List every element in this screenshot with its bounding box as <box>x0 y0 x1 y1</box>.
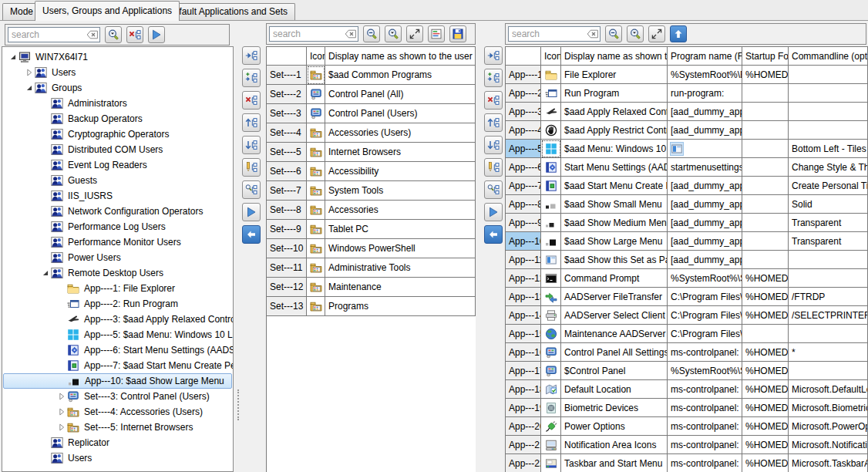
cell-program[interactable]: %SystemRoot%\Ex <box>668 66 742 84</box>
cell-startup[interactable]: %HOMEDF <box>742 269 789 288</box>
cell-name[interactable]: Default Location <box>561 380 668 399</box>
row-id-cell[interactable]: Set----4 <box>267 123 307 143</box>
move-up-button[interactable] <box>670 25 687 42</box>
cell-program[interactable]: startmenusettings: <box>668 158 742 177</box>
row-id-cell[interactable]: App---17 <box>506 362 541 380</box>
cell-cmd[interactable]: /SELECTPRINTER <box>789 306 868 325</box>
icon-cell[interactable] <box>541 140 561 158</box>
cell-startup[interactable] <box>742 325 789 343</box>
find-node-button[interactable] <box>484 180 503 199</box>
cell-startup[interactable]: %HOMEDF <box>742 288 789 306</box>
back-button[interactable] <box>242 225 261 244</box>
save-button[interactable] <box>449 25 466 42</box>
run-button[interactable] <box>484 203 503 221</box>
tree-item[interactable]: WIN7X64I71 <box>3 49 232 65</box>
cell-cmd[interactable] <box>789 325 868 343</box>
row-id-cell[interactable]: Set----3 <box>267 104 307 123</box>
set-row[interactable]: Set----8Accessories <box>267 201 476 220</box>
cell-name[interactable]: Command Prompt <box>561 269 668 288</box>
zoom-menu-button[interactable] <box>105 26 122 43</box>
cell-startup[interactable] <box>742 177 789 195</box>
row-id-cell[interactable]: App---22 <box>506 454 541 472</box>
row-id-cell[interactable]: App----9 <box>506 214 541 232</box>
tab-users-groups-applications[interactable]: Users, Groups and Applications <box>35 1 180 21</box>
icon-cell[interactable] <box>307 220 325 239</box>
clear-search-icon[interactable] <box>587 28 599 40</box>
set-row[interactable]: Set----1$aad Common Programs <box>267 66 476 85</box>
tree-item[interactable]: Power Users <box>3 250 232 265</box>
set-row[interactable]: Set---11Administrative Tools <box>267 258 476 278</box>
cell-name[interactable]: Start Menu Settings (AADS <box>561 158 668 177</box>
icon-cell[interactable] <box>541 288 561 306</box>
cell-name[interactable]: $aad Show Large Menu <box>561 232 668 251</box>
set-row[interactable]: Set----6Accessibility <box>267 162 476 181</box>
tree-item[interactable]: App----7: $aad Start Menu Create Persona… <box>3 358 232 373</box>
cell-program[interactable]: run-program: <box>668 84 742 103</box>
cell-name[interactable]: Notification Area Icons <box>561 436 668 454</box>
cell-cmd[interactable] <box>789 84 868 103</box>
set-row[interactable]: Set----3Control Panel (Users) <box>267 104 476 123</box>
cell-cmd[interactable]: Microsoft.PowerOpt <box>789 417 868 436</box>
report-button[interactable] <box>428 25 445 42</box>
app-row[interactable]: App----2Run Programrun-program: <box>506 84 868 103</box>
cell-startup[interactable] <box>742 84 789 103</box>
expand-button[interactable] <box>406 25 423 42</box>
icon-cell[interactable] <box>541 417 561 436</box>
cell-cmd[interactable]: Solid <box>789 195 868 214</box>
app-row[interactable]: App---22Taskbar and Start Menums-control… <box>506 454 868 472</box>
cell-program[interactable]: ms-controlpanel: <box>668 343 742 362</box>
icon-cell[interactable] <box>307 239 325 258</box>
row-id-cell[interactable]: App---14 <box>506 306 541 325</box>
column-header[interactable]: Commandline (optio <box>789 47 868 66</box>
cell-name[interactable]: Windows PowerShell <box>325 239 476 258</box>
app-row[interactable]: App---12Command Prompt%SystemRoot%\Sy%HO… <box>506 269 868 288</box>
row-id-cell[interactable]: Set---11 <box>267 258 307 278</box>
app-row[interactable]: App----1File Explorer%SystemRoot%\Ex%HOM… <box>506 66 868 84</box>
row-id-cell[interactable]: App----7 <box>506 177 541 195</box>
column-header[interactable]: Startup Fold <box>742 47 789 66</box>
cell-cmd[interactable]: * <box>789 343 868 362</box>
insert-node-button[interactable] <box>242 46 261 65</box>
app-row[interactable]: App---17$Control Panel%SystemRoot%\Sy%HO… <box>506 362 868 380</box>
set-row[interactable]: Set---12Maintenance <box>267 278 476 297</box>
icon-cell[interactable] <box>307 297 325 316</box>
delete-node-button[interactable] <box>484 91 503 110</box>
cell-program[interactable] <box>668 140 742 158</box>
zoom-menu-button[interactable] <box>627 25 644 42</box>
icon-cell[interactable] <box>541 232 561 251</box>
back-button[interactable] <box>484 225 503 244</box>
icon-cell[interactable] <box>307 143 325 162</box>
cell-program[interactable]: [aad_dummy_app] <box>668 232 742 251</box>
cell-startup[interactable] <box>742 214 789 232</box>
row-id-cell[interactable]: App---19 <box>506 399 541 417</box>
cell-cmd[interactable]: Microsoft.BiometricD <box>789 399 868 417</box>
cell-cmd[interactable] <box>789 66 868 84</box>
app-row[interactable]: App----7$aad Start Menu Create Pe[aad_du… <box>506 177 868 195</box>
set-row[interactable]: Set----5Internet Browsers <box>267 143 476 162</box>
cell-startup[interactable] <box>742 103 789 121</box>
app-row[interactable]: App---19Biometric Devicesms-controlpanel… <box>506 399 868 417</box>
app-row[interactable]: App----6Start Menu Settings (AADSstartme… <box>506 158 868 177</box>
cell-name[interactable]: Internet Browsers <box>325 143 476 162</box>
icon-cell[interactable] <box>541 362 561 380</box>
row-id-cell[interactable]: Set----1 <box>267 66 307 85</box>
cell-name[interactable]: Taskbar and Start Menu <box>561 454 668 472</box>
collapse-arrow-icon[interactable] <box>24 82 35 94</box>
cell-program[interactable]: C:\Program Files\A <box>668 325 742 343</box>
icon-cell[interactable] <box>307 278 325 297</box>
cell-name[interactable]: System Tools <box>325 181 476 201</box>
delete-node-button[interactable] <box>242 91 261 110</box>
cell-startup[interactable]: %HOMEDF <box>742 380 789 399</box>
column-header[interactable]: Display name as shown to t <box>561 47 668 66</box>
tree-item[interactable]: Administrators <box>3 96 232 111</box>
app-row[interactable]: App---15Maintenance AADServerC:\Program … <box>506 325 868 343</box>
add-node-button[interactable] <box>484 69 503 87</box>
icon-cell[interactable] <box>541 195 561 214</box>
row-id-cell[interactable]: App----5 <box>506 140 541 158</box>
run-button[interactable] <box>242 203 261 221</box>
set-row[interactable]: Set----4Accessories (Users) <box>267 123 476 143</box>
cell-program[interactable]: ms-controlpanel: <box>668 380 742 399</box>
cell-name[interactable]: Biometric Devices <box>561 399 668 417</box>
cell-cmd[interactable]: Bottom Left - Tiles <box>789 140 868 158</box>
cell-program[interactable]: [aad_dummy_app] <box>668 177 742 195</box>
